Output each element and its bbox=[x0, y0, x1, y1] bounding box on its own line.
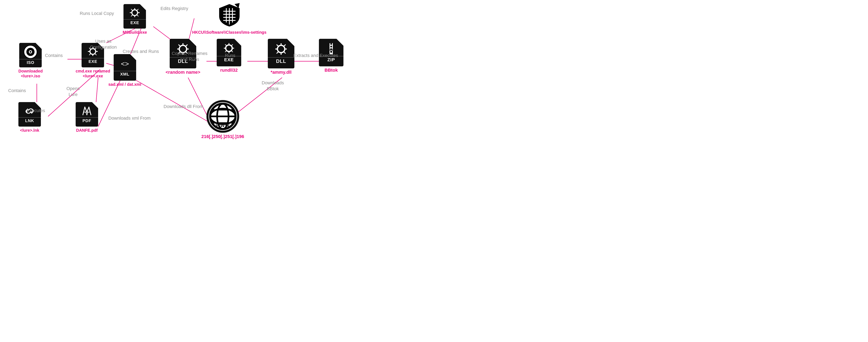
www-icon: WWW bbox=[207, 100, 239, 133]
svg-rect-30 bbox=[330, 51, 332, 53]
msbuild-label: MSBuild.exe bbox=[123, 30, 147, 35]
label-downloads-xml: Downloads xml From bbox=[108, 115, 151, 121]
label-copies-renames: Copies, Renamesand Runs bbox=[172, 50, 208, 62]
xml-label: sad.xml / dat.xml bbox=[108, 82, 141, 87]
iso-icon: ISO bbox=[19, 43, 42, 67]
label-uses-config: Uses asConfiguration bbox=[90, 38, 117, 50]
label-creates-runs: Creates and Runs bbox=[123, 48, 159, 55]
label-runs: Runs bbox=[225, 53, 235, 59]
ammy-dll-icon: DLL bbox=[268, 39, 294, 68]
label-extracts-executes: Extracts and Executes bbox=[293, 53, 338, 59]
diagram: ISO Downloaded <lure>.iso LNK <lure>.lnk… bbox=[0, 0, 868, 342]
label-opens-lure: OpensLure bbox=[66, 86, 80, 97]
msbuild-node: EXE MSBuild.exe bbox=[123, 4, 147, 35]
lnk-icon: LNK bbox=[19, 102, 41, 127]
label-executes: Executes bbox=[27, 108, 45, 114]
svg-line-15 bbox=[96, 77, 98, 102]
shield-icon bbox=[216, 2, 243, 29]
ammy-dll-node: DLL *ammy.dll bbox=[268, 39, 294, 75]
pdf-node: PDF DANFE.pdf bbox=[75, 102, 98, 133]
svg-rect-27 bbox=[330, 43, 332, 45]
registry-node: HKCU\\Software\\Classes\\ms-settings bbox=[192, 2, 267, 35]
svg-text:<>: <> bbox=[121, 60, 129, 68]
msbuild-icon: EXE bbox=[123, 4, 146, 29]
iso-label: Downloaded <lure>.iso bbox=[19, 69, 43, 78]
svg-point-21 bbox=[132, 10, 137, 15]
www-label: 216[.]250[.]251[.]196 bbox=[202, 134, 244, 139]
label-contains-2: Contains bbox=[8, 88, 26, 94]
label-contains-1: Contains bbox=[45, 53, 63, 59]
dll-random-label: <random name> bbox=[165, 70, 200, 75]
rundll32-label: rundll32 bbox=[220, 68, 238, 73]
ammy-dll-label: *ammy.dll bbox=[271, 70, 291, 75]
lnk-label: <lure>.lnk bbox=[20, 128, 39, 133]
lnk-node: LNK <lure>.lnk bbox=[19, 102, 41, 133]
xml-node: <> XML sad.xml / dat.xml bbox=[108, 54, 141, 87]
label-runs-local: Runs Local Copy bbox=[80, 11, 114, 16]
svg-point-19 bbox=[30, 51, 31, 53]
label-edits-registry: Edits Registry bbox=[160, 6, 188, 12]
svg-rect-28 bbox=[330, 46, 332, 47]
label-downloads-dll: Downloads dll From bbox=[163, 104, 203, 110]
pdf-icon: PDF bbox=[75, 102, 98, 127]
bbtok-label: BBtok bbox=[324, 68, 338, 73]
pdf-label: DANFE.pdf bbox=[76, 128, 98, 133]
iso-node: ISO Downloaded <lure>.iso bbox=[19, 43, 43, 78]
xml-icon: <> XML bbox=[114, 54, 136, 81]
www-node: WWW 216[.]250[.]251[.]196 bbox=[202, 100, 244, 139]
label-downloads-bbtok: DownloadsBBtok bbox=[262, 80, 284, 92]
registry-label: HKCU\\Software\\Classes\\ms-settings bbox=[192, 30, 267, 35]
exe-renamed-label: cmd.exe renamed <lure>.exe bbox=[75, 69, 110, 78]
svg-point-25 bbox=[277, 45, 285, 53]
